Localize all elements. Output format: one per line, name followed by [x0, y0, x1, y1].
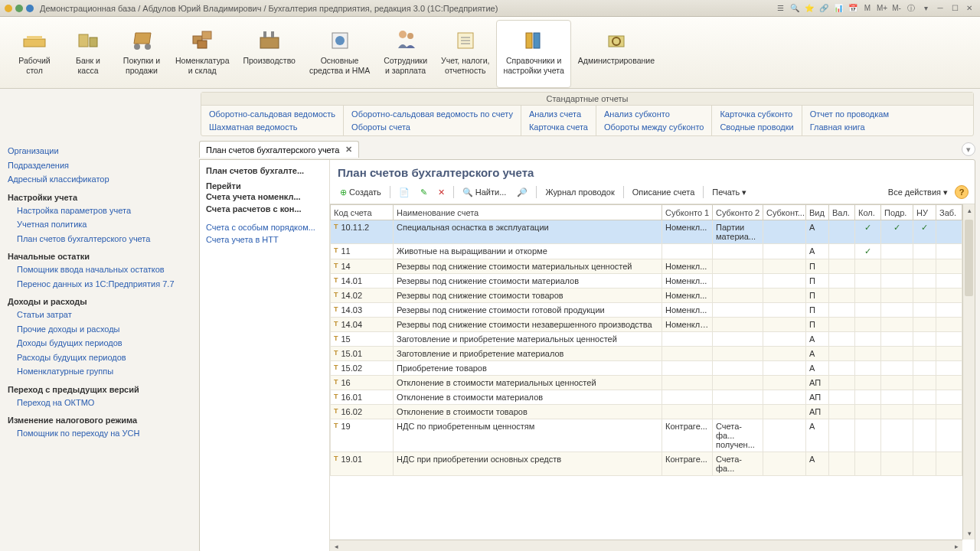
sidebar-link[interactable]: Прочие доходы и расходы	[8, 322, 187, 337]
scroll-thumb[interactable]	[965, 220, 973, 296]
maximize-icon[interactable]: ☐	[949, 2, 961, 15]
table-row[interactable]: Т16.01Отклонение в стоимости материаловА…	[331, 390, 975, 405]
sidebar-link[interactable]: Настройка параметров учета	[8, 204, 187, 218]
column-header[interactable]: Заб.	[936, 205, 962, 220]
edit-button[interactable]: ✎	[416, 186, 431, 199]
report-link[interactable]: Шахматная ведомость	[209, 121, 335, 134]
m-button[interactable]: M	[861, 2, 874, 15]
tab-plan-schetov[interactable]: План счетов бухгалтерского учета ✕	[199, 141, 359, 158]
ribbon-item[interactable]: Покупки ипродажи	[115, 20, 168, 88]
ws-nav-plan[interactable]: План счетов бухгалте...	[206, 165, 323, 177]
sidebar-link[interactable]: Адресный классификатор	[8, 172, 187, 187]
minimize-icon[interactable]: ─	[934, 2, 946, 15]
mminus-button[interactable]: M-	[890, 2, 903, 15]
dropdown-icon[interactable]: ▾	[920, 2, 932, 15]
report-link[interactable]: Анализ счета	[529, 108, 588, 121]
report-link[interactable]: Карточка субконто	[720, 108, 793, 121]
table-row[interactable]: Т15.01Заготовление и приобретение матери…	[331, 347, 975, 361]
calc-icon[interactable]: 📊	[832, 2, 844, 15]
ribbon-item[interactable]: Учет, налоги,отчетность	[434, 20, 496, 88]
sidebar-link[interactable]: Расходы будущих периодов	[8, 350, 187, 365]
column-header[interactable]: Субконт...	[763, 205, 806, 220]
ribbon-item[interactable]: Номенклатураи склад	[168, 20, 236, 88]
table-row[interactable]: Т19.01НДС при приобретении основных сред…	[331, 452, 975, 476]
ws-nav-item[interactable]: Счета расчетов с кон...	[206, 203, 323, 215]
ribbon-item[interactable]: Сотрудникии зарплата	[377, 20, 434, 88]
tool-icon[interactable]: ☰	[774, 2, 786, 15]
ribbon-item[interactable]: Справочники инастройки учета	[496, 20, 570, 88]
ribbon-item[interactable]: Производство	[236, 20, 302, 88]
scroll-down-icon[interactable]: ▾	[963, 527, 975, 540]
table-row[interactable]: Т14.02Резервы под снижение стоимости тов…	[331, 289, 975, 303]
mplus-button[interactable]: M+	[876, 2, 888, 15]
accounts-grid[interactable]: Код счетаНаименование счетаСубконто 1Суб…	[330, 204, 975, 476]
column-header[interactable]: Наименование счета	[394, 205, 662, 220]
report-link[interactable]: Обороты счета	[351, 121, 513, 134]
ws-nav-item[interactable]: Счета учета в НТТ	[206, 233, 323, 246]
table-row[interactable]: Т14.04Резервы под снижение стоимости нез…	[331, 318, 975, 332]
column-header[interactable]: Кол.	[855, 205, 881, 220]
description-button[interactable]: Описание счета	[629, 186, 699, 198]
ribbon-item[interactable]: Банк икасса	[61, 20, 115, 88]
table-row[interactable]: Т15Заготовление и приобретение материаль…	[331, 332, 975, 347]
print-button[interactable]: Печать ▾	[708, 186, 750, 199]
find-button[interactable]: 🔍Найти...	[459, 186, 511, 199]
horizontal-scrollbar[interactable]: ◂ ▸	[330, 540, 962, 551]
column-header[interactable]: НУ	[913, 205, 936, 220]
delete-button[interactable]: ✕	[434, 186, 449, 199]
column-header[interactable]: Субконто 2	[713, 205, 763, 220]
ws-nav-item[interactable]: Счета учета номенкл...	[206, 191, 323, 203]
report-link[interactable]: Оборотно-сальдовая ведомость по счету	[351, 108, 513, 121]
report-link[interactable]: Анализ субконто	[604, 108, 704, 121]
sidebar-link[interactable]: План счетов бухгалтерского учета	[8, 232, 187, 246]
table-row[interactable]: Т14Резервы под снижение стоимости матери…	[331, 259, 975, 274]
table-row[interactable]: Т11Животные на выращивании и откормеА✓	[331, 244, 975, 259]
report-link[interactable]: Главная книга	[810, 121, 889, 134]
sidebar-link[interactable]: Учетная политика	[8, 217, 187, 232]
tool-icon[interactable]: 🔍	[789, 2, 801, 15]
all-actions-button[interactable]: Все действия ▾	[884, 186, 952, 199]
ribbon-item[interactable]: Рабочийстол	[8, 20, 61, 88]
create-button[interactable]: ⊕Создать	[336, 186, 385, 199]
sidebar-link[interactable]: Статьи затрат	[8, 308, 187, 322]
close-icon[interactable]: ✕	[963, 2, 975, 15]
sidebar-link[interactable]: Организации	[8, 144, 187, 158]
sidebar-link[interactable]: Доходы будущих периодов	[8, 336, 187, 350]
ws-nav-item[interactable]: Счета с особым порядком...	[206, 221, 323, 233]
sidebar-link[interactable]: Переход на ОКТМО	[8, 396, 187, 410]
tool-icon[interactable]: 🔗	[818, 2, 830, 15]
table-row[interactable]: Т16.02Отклонение в стоимости товаровАП	[331, 405, 975, 419]
column-header[interactable]: Вал.	[829, 205, 855, 220]
scroll-left-icon[interactable]: ◂	[330, 540, 342, 551]
copy-button[interactable]: 📄	[395, 186, 413, 199]
calendar-icon[interactable]: 📅	[847, 2, 859, 15]
table-row[interactable]: Т14.03Резервы под снижение стоимости гот…	[331, 303, 975, 318]
report-link[interactable]: Карточка счета	[529, 121, 588, 134]
report-link[interactable]: Сводные проводки	[720, 121, 793, 134]
column-header[interactable]: Подр.	[881, 205, 913, 220]
sidebar-link[interactable]: Помощник по переходу на УСН	[8, 426, 187, 441]
help-button[interactable]: ?	[955, 185, 969, 199]
tool-icon[interactable]: ⭐	[803, 2, 815, 15]
ribbon-item[interactable]: Основныесредства и НМА	[302, 20, 377, 88]
sidebar-link[interactable]: Перенос данных из 1С:Предприятия 7.7	[8, 277, 187, 292]
scroll-up-icon[interactable]: ▴	[963, 204, 975, 217]
report-link[interactable]: Отчет по проводкам	[810, 108, 889, 121]
report-link[interactable]: Обороты между субконто	[604, 121, 704, 134]
sidebar-link[interactable]: Номенклатурные группы	[8, 364, 187, 379]
report-link[interactable]: Оборотно-сальдовая ведомость	[209, 108, 335, 121]
journal-button[interactable]: Журнал проводок	[541, 186, 618, 198]
table-row[interactable]: Т10.11.2Специальная оснастка в эксплуата…	[331, 220, 975, 244]
tab-close-icon[interactable]: ✕	[345, 145, 352, 155]
sidebar-link[interactable]: Помощник ввода начальных остатков	[8, 262, 187, 277]
clear-find-button[interactable]: 🔎	[513, 186, 531, 199]
scroll-right-icon[interactable]: ▸	[950, 540, 962, 551]
sidebar-link[interactable]: Подразделения	[8, 158, 187, 173]
tab-dropdown-icon[interactable]: ▾	[962, 142, 975, 156]
ribbon-item[interactable]: Администрирование	[571, 20, 662, 88]
table-row[interactable]: Т15.02Приобретение товаровА	[331, 361, 975, 376]
table-row[interactable]: Т14.01Резервы под снижение стоимости мат…	[331, 274, 975, 289]
vertical-scrollbar[interactable]: ▴ ▾	[962, 204, 975, 540]
column-header[interactable]: Субконто 1	[662, 205, 713, 220]
column-header[interactable]: Вид	[806, 205, 829, 220]
